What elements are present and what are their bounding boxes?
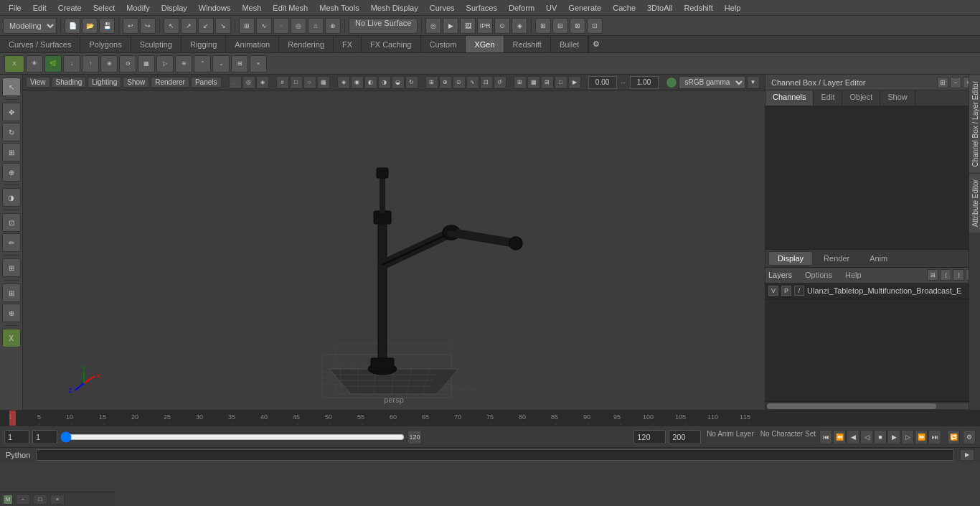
transform-btn4[interactable]: ↘	[215, 18, 231, 34]
xgen-tool8[interactable]: ▦	[138, 55, 155, 72]
play-fwd-btn[interactable]: ▶	[887, 430, 900, 444]
cb-tab-channels[interactable]: Channels	[765, 90, 814, 106]
layout-btn1[interactable]: ⊞	[535, 18, 551, 34]
paint-select-tool[interactable]: ✏	[2, 233, 21, 252]
snap-btn6[interactable]: ⊕	[325, 18, 341, 34]
xgen-tool5[interactable]: ↑	[82, 55, 99, 72]
vp-misc6-icon[interactable]: ↺	[494, 76, 507, 89]
panels-menu[interactable]: Panels	[191, 77, 222, 88]
snap-btn4[interactable]: ◎	[291, 18, 306, 34]
scrollbar-thumb[interactable]	[767, 403, 936, 409]
vp-display-icon[interactable]: ▦	[317, 76, 330, 89]
rotate-tool[interactable]: ↻	[2, 123, 21, 141]
menu-mesh-display[interactable]: Mesh Display	[365, 2, 424, 14]
timeline-scrubber[interactable]	[60, 431, 405, 443]
lasso-tool[interactable]: ⊡	[2, 213, 21, 232]
layers-help-btn[interactable]: Help	[839, 269, 867, 281]
tab-fx-caching[interactable]: FX Caching	[362, 36, 420, 52]
xgen-tool13[interactable]: ⊞	[231, 55, 248, 72]
snap-btn3[interactable]: ·	[273, 18, 289, 34]
go-to-end-btn[interactable]: ⏭	[928, 430, 941, 444]
tab-rendering[interactable]: Rendering	[279, 36, 334, 52]
layers-options-btn[interactable]: Options	[799, 269, 838, 281]
vp-cam3-icon[interactable]: ◈	[256, 76, 269, 89]
vp-render4-icon[interactable]: ◑	[378, 76, 391, 89]
next-frame-btn[interactable]: ▷	[901, 430, 914, 444]
window-close-btn[interactable]: ×	[50, 495, 65, 505]
dr-tab-display[interactable]: Display	[768, 251, 813, 266]
window-icon[interactable]: M	[3, 495, 13, 505]
vp-misc3-icon[interactable]: ⊙	[453, 76, 466, 89]
undo-btn[interactable]: ↩	[123, 18, 138, 34]
menu-select[interactable]: Select	[88, 2, 121, 14]
view-menu[interactable]: View	[26, 77, 50, 88]
vp-colorspace-expand[interactable]: ▼	[747, 76, 760, 89]
loop-btn[interactable]: 🔁	[947, 430, 960, 444]
vp-tl3-icon[interactable]: ⊞	[541, 76, 554, 89]
end-frame-field[interactable]	[633, 430, 666, 444]
menu-uv[interactable]: UV	[540, 2, 562, 14]
step-back-btn[interactable]: ⏪	[833, 430, 846, 444]
xgen-tool7[interactable]: ⊙	[119, 55, 136, 72]
menu-windows[interactable]: Windows	[193, 2, 237, 14]
menu-edit-mesh[interactable]: Edit Mesh	[267, 2, 314, 14]
menu-curves[interactable]: Curves	[424, 2, 461, 14]
vp-cam2-icon[interactable]: ◎	[242, 76, 255, 89]
panel-min-btn[interactable]: −	[950, 77, 961, 88]
xgen-tool14[interactable]: ×	[250, 55, 267, 72]
save-file-btn[interactable]: 💾	[99, 18, 115, 34]
menu-generate[interactable]: Generate	[562, 2, 607, 14]
xgen-tool9[interactable]: ▷	[156, 55, 174, 72]
workspace-dropdown[interactable]: Modeling	[3, 18, 57, 34]
vp-misc4-icon[interactable]: ∿	[466, 76, 479, 89]
menu-modify[interactable]: Modify	[121, 2, 155, 14]
layout-btn4[interactable]: ⊡	[587, 18, 603, 34]
side-tab-channel-box[interactable]: Channel Box / Layer Editor	[969, 75, 980, 173]
layer-nav-btn2[interactable]: ⟨	[940, 269, 951, 281]
menu-surfaces[interactable]: Surfaces	[461, 2, 503, 14]
zoom-value-field[interactable]	[630, 76, 659, 89]
vp-misc1-icon[interactable]: ⊞	[425, 76, 438, 89]
current-frame[interactable]	[32, 430, 57, 444]
tab-fx[interactable]: FX	[334, 36, 362, 52]
snap-btn2[interactable]: ∿	[256, 18, 272, 34]
vp-tl4-icon[interactable]: □	[555, 76, 567, 89]
pan-value-field[interactable]	[588, 76, 617, 89]
dr-tab-anim[interactable]: Anim	[860, 251, 897, 266]
component-mode[interactable]: ⊞	[2, 258, 21, 277]
vp-render1-icon[interactable]: ◈	[337, 76, 350, 89]
render-btn4[interactable]: ⊙	[494, 18, 510, 34]
tab-redshift[interactable]: Redshift	[504, 36, 551, 52]
script-execute-btn[interactable]: ▶	[960, 449, 974, 461]
vp-render2-icon[interactable]: ◉	[351, 76, 364, 89]
camera-btn[interactable]: ◎	[425, 18, 441, 34]
renderer-menu[interactable]: Renderer	[151, 77, 189, 88]
vp-render3-icon[interactable]: ◐	[364, 76, 377, 89]
panel-float-btn[interactable]: ⊞	[937, 77, 948, 88]
settings-btn[interactable]: ⚙	[963, 430, 976, 444]
xgen-tool12[interactable]: ⌄	[212, 55, 230, 72]
python-input[interactable]	[36, 449, 954, 461]
colorspace-select[interactable]: sRGB gamma	[679, 76, 745, 89]
settings-icon[interactable]: ⚙	[588, 36, 603, 52]
tab-custom[interactable]: Custom	[421, 36, 466, 52]
snap-to-point[interactable]: ⊕	[2, 304, 21, 322]
cb-tab-edit[interactable]: Edit	[814, 90, 842, 106]
character-set-dropdown[interactable]: No Character Set	[758, 430, 819, 444]
shading-menu[interactable]: Shading	[52, 77, 87, 88]
transform-btn2[interactable]: ↗	[181, 18, 197, 34]
vp-misc5-icon[interactable]: ⊡	[480, 76, 493, 89]
tab-polygons[interactable]: Polygons	[80, 36, 131, 52]
anim-layer-dropdown[interactable]: No Anim Layer	[704, 430, 757, 444]
vp-tl5-icon[interactable]: ▶	[568, 76, 581, 89]
xgen-tool4[interactable]: ↓	[63, 55, 80, 72]
xgen-tool3[interactable]: 🌿	[44, 55, 62, 72]
xgen-tool1[interactable]: X	[4, 55, 24, 72]
dr-tab-render[interactable]: Render	[814, 251, 859, 266]
lighting-menu[interactable]: Lighting	[88, 77, 121, 88]
scrollbar-track[interactable]	[767, 403, 979, 409]
tab-rigging[interactable]: Rigging	[182, 36, 226, 52]
tab-animation[interactable]: Animation	[226, 36, 279, 52]
render-btn5[interactable]: ◈	[512, 18, 527, 34]
vp-misc2-icon[interactable]: ⊕	[439, 76, 452, 89]
